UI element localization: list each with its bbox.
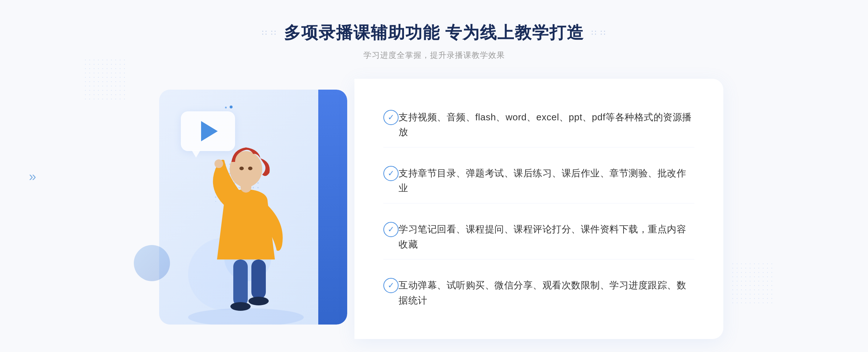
check-circle-4: ✓ — [383, 278, 399, 293]
feature-item-2: ✓ 支持章节目录、弹题考试、课后练习、课后作业、章节测验、批改作业 — [383, 159, 694, 203]
sparkle-decoration — [224, 104, 233, 111]
check-mark-3: ✓ — [388, 226, 394, 233]
check-circle-2: ✓ — [383, 166, 399, 181]
svg-point-3 — [230, 302, 251, 311]
main-title: 多项录播课辅助功能 专为线上教学打造 — [284, 22, 584, 44]
main-content: » — [145, 79, 723, 339]
dot-pattern-bottom-right — [731, 262, 774, 305]
feature-text-2: 支持章节目录、弹题考试、课后练习、课后作业、章节测验、批改作业 — [399, 166, 694, 196]
svg-rect-2 — [251, 259, 266, 299]
chevron-left-decoration: » — [29, 169, 36, 184]
blue-bar — [318, 90, 347, 325]
feature-item-3: ✓ 学习笔记回看、课程提问、课程评论打分、课件资料下载，重点内容收藏 — [383, 215, 694, 259]
check-mark-1: ✓ — [388, 113, 394, 121]
header-decoration-left: ∷ ∷ — [262, 28, 276, 38]
feature-text-1: 支持视频、音频、flash、word、excel、ppt、pdf等各种格式的资源… — [399, 110, 694, 140]
svg-point-0 — [188, 308, 304, 325]
sub-title: 学习进度全掌握，提升录播课教学效果 — [262, 50, 606, 61]
feature-item-1: ✓ 支持视频、音频、flash、word、excel、ppt、pdf等各种格式的… — [383, 103, 694, 147]
illustration-container: » — [145, 79, 354, 339]
header-section: ∷ ∷ 多项录播课辅助功能 专为线上教学打造 ∷ ∷ 学习进度全掌握，提升录播课… — [262, 22, 606, 61]
check-mark-2: ✓ — [388, 169, 394, 177]
svg-point-8 — [248, 167, 252, 170]
svg-point-4 — [248, 297, 269, 305]
feature-text-3: 学习笔记回看、课程提问、课程评论打分、课件资料下载，重点内容收藏 — [399, 222, 694, 252]
svg-rect-1 — [233, 259, 248, 306]
feature-item-4: ✓ 互动弹幕、试听购买、微信分享、观看次数限制、学习进度跟踪、数据统计 — [383, 271, 694, 315]
sparkle-dot-2 — [230, 106, 233, 108]
feature-text-4: 互动弹幕、试听购买、微信分享、观看次数限制、学习进度跟踪、数据统计 — [399, 278, 694, 308]
check-circle-3: ✓ — [383, 222, 399, 237]
sparkle-dot-1 — [225, 107, 227, 108]
illustration-bg: » — [159, 90, 347, 325]
dot-pattern-top-left — [83, 58, 127, 101]
header-decoration-right: ∷ ∷ — [591, 28, 606, 38]
check-circle-1: ✓ — [383, 110, 399, 125]
blue-circle-left — [134, 245, 170, 281]
check-mark-4: ✓ — [388, 282, 394, 289]
svg-point-7 — [239, 167, 244, 170]
page-container: ∷ ∷ 多项录播课辅助功能 专为线上教学打造 ∷ ∷ 学习进度全掌握，提升录播课… — [0, 0, 868, 352]
person-illustration — [177, 122, 315, 325]
feature-panel: ✓ 支持视频、音频、flash、word、excel、ppt、pdf等各种格式的… — [354, 79, 723, 339]
svg-point-9 — [214, 159, 223, 168]
